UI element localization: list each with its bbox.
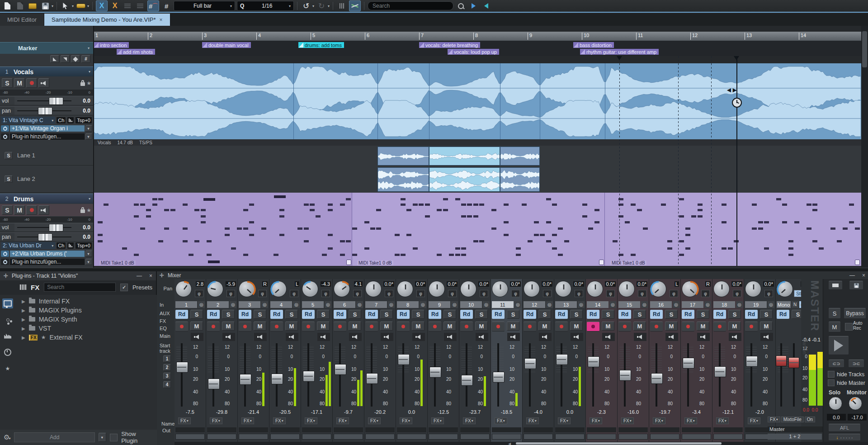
snap-toggle-button[interactable]: #⌒	[147, 0, 159, 11]
fader-db-value[interactable]: -18.5	[491, 409, 522, 415]
channel-out-cell[interactable]	[587, 434, 616, 440]
channel-name-cell[interactable]	[587, 427, 616, 432]
search-icon[interactable]	[455, 1, 466, 11]
lane2-header[interactable]: S Lane 2	[0, 166, 93, 193]
channel-fx-button[interactable]: FX▾	[273, 417, 286, 424]
channel-name-cell[interactable]	[429, 427, 458, 432]
channel-name-cell[interactable]	[207, 427, 236, 432]
nodes-icon[interactable]	[2, 315, 13, 325]
hide-master-checkbox[interactable]: ✓	[828, 379, 835, 386]
channel-fx-button[interactable]: FX▾	[400, 417, 412, 424]
pan-value[interactable]: 0.0*	[573, 281, 584, 287]
fader-db-value[interactable]: -17.1	[301, 409, 332, 415]
track1-mute-button[interactable]: M	[14, 78, 25, 88]
master-clip-values[interactable]: 0.0 0.0	[803, 407, 818, 412]
volume-fader[interactable]	[429, 367, 441, 378]
fader-db-value[interactable]: -3.4	[681, 409, 712, 415]
record-button[interactable]	[239, 322, 251, 331]
snapshot-button-2[interactable]: 2	[163, 364, 171, 371]
input-target-icon[interactable]: ◎	[198, 301, 205, 308]
monitor-speaker-icon[interactable]	[507, 333, 520, 341]
open-file-button[interactable]	[14, 1, 25, 11]
channel-fx-button[interactable]: FX▾	[558, 417, 571, 424]
phase-button[interactable]: φ	[448, 290, 457, 297]
input-target-icon[interactable]: ◎	[451, 301, 458, 308]
fader-db-value[interactable]: -9.7	[333, 409, 364, 415]
solo-button[interactable]: S	[349, 310, 361, 319]
input-target-icon[interactable]: ◎	[293, 301, 300, 308]
tab-close-icon[interactable]: ×	[160, 17, 163, 23]
pan-knob[interactable]	[334, 281, 350, 297]
channel-fx-button[interactable]: FX▾	[621, 417, 634, 424]
marker-paint-button[interactable]	[71, 55, 80, 63]
mix-to-file-on-button[interactable]: On	[805, 417, 815, 422]
read-automation-button[interactable]: Rd	[492, 310, 505, 319]
align-objects-button[interactable]	[122, 1, 133, 11]
read-automation-button[interactable]: Rd	[713, 310, 726, 319]
input-target-icon[interactable]: ◎	[356, 301, 363, 308]
volume-fader[interactable]	[208, 379, 220, 389]
track2-plugin-power-icon[interactable]	[1, 251, 9, 257]
pan-knob[interactable]	[365, 281, 382, 297]
channel-number[interactable]: 18	[713, 301, 735, 308]
channel-name-cell[interactable]	[682, 427, 711, 432]
track1-plugin-dropdown-icon[interactable]: ▾	[85, 125, 92, 132]
save-dropdown-icon[interactable]: ▾	[52, 4, 53, 8]
channel-name-cell[interactable]	[239, 427, 268, 432]
phase-button[interactable]: φ	[258, 290, 267, 297]
channel-number[interactable]: 8	[397, 301, 419, 308]
volume-fader[interactable]	[683, 358, 694, 369]
quantize-dropdown[interactable]: Q 1/16▾	[237, 1, 294, 11]
input-target-icon[interactable]: ◎	[261, 301, 268, 308]
master-fader-left[interactable]	[776, 355, 787, 366]
solo-button[interactable]: S	[760, 310, 773, 319]
auto-crossfade-button[interactable]	[349, 0, 361, 11]
channel-name-cell[interactable]	[524, 427, 553, 432]
read-automation-button[interactable]: Rd	[460, 310, 473, 319]
pan-knob[interactable]	[207, 281, 223, 297]
track1-vol-slider[interactable]	[49, 97, 63, 105]
drums-midi-clip[interactable]: MIDI Take1 0 dBMIDI Take1 0 dBMIDI Take1…	[94, 193, 861, 266]
solo-button[interactable]: S	[475, 310, 488, 319]
track2-meter-button[interactable]	[67, 242, 74, 249]
marker-add-rim-shots[interactable]: add rim shots	[117, 49, 155, 55]
pan-value[interactable]: 0.0*	[415, 281, 426, 287]
solo-button[interactable]: S	[317, 310, 330, 319]
unlink-button[interactable]: ⊃⊂	[849, 360, 864, 368]
mute-button[interactable]: M	[760, 322, 773, 331]
channel-number[interactable]: 14	[587, 301, 609, 308]
fader-db-value[interactable]: -12.5	[428, 409, 459, 415]
split-tool-button[interactable]: X	[109, 1, 120, 11]
monitor-speaker-icon[interactable]	[729, 333, 741, 341]
mute-button[interactable]: M	[222, 322, 235, 331]
afl-button[interactable]: AFL	[829, 424, 860, 432]
channel-out-cell[interactable]	[492, 434, 521, 440]
channel-name-cell[interactable]	[492, 427, 521, 432]
cursor-handle-icon[interactable]	[734, 56, 739, 60]
fader-db-value[interactable]: 0.0	[554, 409, 585, 415]
phase-button[interactable]: φ	[321, 290, 330, 297]
snapshot-button-1[interactable]: 1	[163, 355, 171, 362]
n-button[interactable]: N	[792, 301, 798, 308]
read-automation-button[interactable]: Rd	[239, 310, 251, 319]
align-tracks-button[interactable]	[135, 1, 146, 11]
channel-fx-button[interactable]: FX▾	[431, 417, 444, 424]
instrument-filter-icon[interactable]	[20, 284, 26, 290]
mute-button[interactable]: M	[665, 322, 678, 331]
monitor-value[interactable]: -17.0	[848, 414, 867, 421]
mute-button[interactable]: M	[349, 322, 361, 331]
pan-knob[interactable]	[650, 281, 666, 297]
tree-item-magix-plugins[interactable]: ▶MAGIX Plugins	[15, 306, 157, 315]
channel-name-cell[interactable]	[334, 427, 363, 432]
monitor-speaker-icon[interactable]	[412, 333, 425, 341]
input-target-icon[interactable]: ◎	[420, 301, 426, 308]
track2-star-icon[interactable]: ★	[86, 207, 91, 213]
input-target-icon[interactable]: ◎	[736, 301, 743, 308]
pan-value[interactable]: 0.0*	[478, 281, 489, 287]
track2-lock-icon[interactable]	[80, 208, 85, 213]
record-button[interactable]	[175, 322, 188, 331]
record-button[interactable]	[555, 322, 568, 331]
solo-button[interactable]: S	[570, 310, 583, 319]
mute-button[interactable]: M	[570, 322, 583, 331]
channel-out-cell[interactable]	[334, 434, 363, 440]
